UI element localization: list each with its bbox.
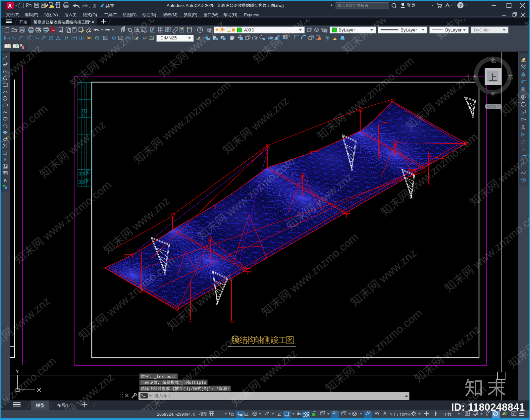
svg-text:Y: Y	[16, 369, 19, 374]
svg-text:.dwg: .dwg	[275, 3, 284, 8]
svg-text::: :	[157, 381, 162, 385]
svg-text:(T): (T)	[112, 13, 118, 17]
svg-text:(M): (M)	[171, 13, 178, 17]
svg-text:A: A	[4, 178, 7, 183]
svg-text:(I): (I)	[73, 13, 77, 17]
svg-text:1:1 / 100%: 1:1 / 100%	[390, 412, 411, 417]
svg-text:A: A	[8, 3, 12, 9]
svg-text:(N): (N)	[150, 13, 156, 17]
svg-text:ByLayer: ByLayer	[445, 27, 462, 32]
svg-text:*: *	[227, 387, 230, 392]
svg-text:1: 1	[66, 403, 69, 408]
svg-text:*: *	[89, 20, 91, 25]
svg-text:WCS: WCS	[487, 105, 496, 109]
svg-text:Express: Express	[244, 13, 259, 17]
svg-text:(U)/: (U)/	[183, 387, 193, 392]
svg-text:AXIS: AXIS	[244, 27, 254, 32]
svg-text:ByLayer: ByLayer	[339, 27, 355, 32]
svg-text:ByColor: ByColor	[474, 27, 490, 32]
svg-text:(P): (P)	[192, 13, 197, 17]
svg-text:±: ±	[128, 27, 129, 30]
svg-text:: _textedit: : _textedit	[149, 375, 177, 379]
svg-text:ByLayer: ByLayer	[400, 27, 417, 32]
svg-text:[: [	[170, 387, 175, 392]
svg-text:?: ?	[199, 28, 201, 32]
svg-text:XY: XY	[29, 35, 31, 37]
svg-text:= Multiple: = Multiple	[179, 381, 206, 385]
svg-text:(F): (F)	[14, 13, 20, 17]
svg-text:(E): (E)	[33, 13, 38, 17]
svg-text:A: A	[142, 36, 145, 40]
svg-text:2068324, -299094, 0: 2068324, -299094, 0	[157, 412, 195, 417]
svg-text:(V): (V)	[52, 13, 58, 17]
svg-text:ID: 1180248841: ID: 1180248841	[451, 401, 525, 413]
svg-text:Autodesk AutoCAD 2025: Autodesk AutoCAD 2025	[167, 3, 215, 8]
svg-text:(O): (O)	[91, 13, 97, 17]
svg-text:(H): (H)	[232, 13, 237, 17]
svg-text:?: ?	[459, 3, 462, 8]
svg-text:(D): (D)	[131, 13, 136, 17]
svg-text:(W): (W)	[212, 13, 218, 17]
svg-text:(M)]: *: (M)]: *	[201, 387, 219, 392]
svg-text:DWF: DWF	[51, 29, 55, 31]
